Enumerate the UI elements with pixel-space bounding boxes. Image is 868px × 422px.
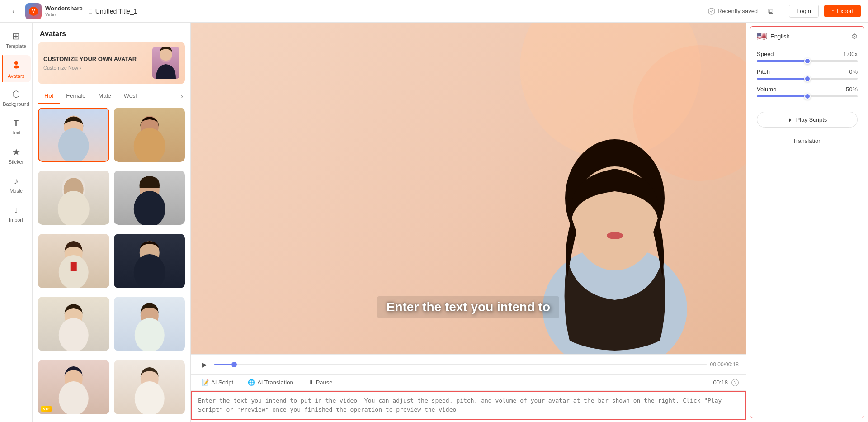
script-area: 📝 AI Script 🌐 AI Translation ⏸ Pause 00:… <box>191 374 746 422</box>
sticker-icon: ★ <box>12 147 20 157</box>
script-textarea[interactable] <box>191 391 746 420</box>
sidebar-item-label: Text <box>11 130 20 135</box>
sidebar-item-text[interactable]: T Text <box>2 113 31 140</box>
ai-translation-button[interactable]: 🌐 AI Translation <box>244 377 297 388</box>
svg-point-26 <box>59 381 89 414</box>
sidebar-item-template[interactable]: ⊞ Template <box>2 26 31 53</box>
avatar-panel-title: Avatars <box>33 23 190 42</box>
avatar-card-3[interactable] <box>38 171 109 225</box>
timeline-thumb[interactable] <box>231 362 237 367</box>
svg-point-3 <box>14 61 18 65</box>
language-flag: 🇺🇸 <box>757 31 767 41</box>
sidebar-item-music[interactable]: ♪ Music <box>2 171 31 198</box>
timeline-time: 00:00/00:18 <box>710 361 739 368</box>
avatar-card-8[interactable] <box>114 297 185 351</box>
volume-thumb[interactable] <box>804 93 811 100</box>
sidebar-item-avatars[interactable]: Avatars <box>2 55 31 82</box>
speed-thumb[interactable] <box>804 58 811 64</box>
right-panel: 🇺🇸 English ⚙ Speed 1.00x <box>746 23 868 422</box>
ai-script-button[interactable]: 📝 AI Script <box>198 377 237 388</box>
avatars-icon <box>11 59 21 71</box>
sidebar-item-label: Background <box>3 101 29 107</box>
language-selector[interactable]: 🇺🇸 English ⚙ <box>750 27 864 46</box>
timeline-bar: ▶ 00:00/00:18 <box>191 354 746 374</box>
speed-value: 1.00x <box>843 51 858 57</box>
avatar-card-9[interactable]: VIP <box>38 360 109 414</box>
volume-row: Volume 50% <box>757 86 858 97</box>
speed-slider[interactable] <box>757 60 858 62</box>
svg-text:V: V <box>32 9 35 14</box>
avatar-card-5[interactable] <box>38 234 109 288</box>
text-icon: T <box>14 119 19 128</box>
sidebar-item-label: Music <box>9 188 23 194</box>
tabs-next-arrow[interactable]: › <box>179 90 185 102</box>
svg-point-33 <box>607 232 623 239</box>
svg-point-24 <box>134 318 164 351</box>
export-icon: ↑ <box>831 8 835 14</box>
template-icon: ⊞ <box>12 31 20 42</box>
play-scripts-button[interactable]: ⏵ Play Scripts <box>757 112 858 128</box>
document-title: ◻ Untitled Title_1 <box>88 8 137 15</box>
tab-male[interactable]: Male <box>92 89 118 104</box>
avatar-card-6[interactable] <box>114 234 185 288</box>
pause-button[interactable]: ⏸ Pause <box>304 377 336 388</box>
svg-point-22 <box>59 318 89 351</box>
svg-point-13 <box>58 191 90 225</box>
tab-hot[interactable]: Hot <box>38 89 60 104</box>
translation-label: Translation <box>750 134 864 144</box>
svg-point-17 <box>59 255 89 288</box>
avatar-card-7[interactable] <box>38 297 109 351</box>
customize-banner-image <box>152 47 179 79</box>
document-icon: ◻ <box>88 8 93 14</box>
sidebar-item-label: Template <box>6 43 26 49</box>
speed-label: Speed <box>757 51 774 57</box>
customize-now-link[interactable]: Customize Now › <box>43 65 137 71</box>
export-button[interactable]: ↑ Export <box>824 5 861 17</box>
tune-icon[interactable]: ⚙ <box>851 32 858 41</box>
svg-point-20 <box>133 254 165 288</box>
divider <box>783 6 783 17</box>
avatar-panel: Avatars CUSTOMIZE YOUR OWN AVATAR Custom… <box>33 23 191 422</box>
center-area: Enter the text you intend to ▶ 00:00/00:… <box>191 23 746 422</box>
customize-banner-title: CUSTOMIZE YOUR OWN AVATAR <box>43 55 137 63</box>
play-scripts-label: Play Scripts <box>796 116 827 123</box>
customize-banner[interactable]: CUSTOMIZE YOUR OWN AVATAR Customize Now … <box>38 42 185 84</box>
avatar-card-2[interactable] <box>114 108 185 162</box>
ai-translation-icon: 🌐 <box>248 379 255 386</box>
main-layout: ⊞ Template Avatars ⬡ Background T Text ★… <box>0 23 868 422</box>
help-button[interactable]: ? <box>731 379 739 386</box>
avatar-tabs: Hot Female Male Wesl › <box>33 89 190 104</box>
param-section: Speed 1.00x Pitch 0% <box>750 46 864 108</box>
sidebar-item-import[interactable]: ↓ Import <box>2 200 31 227</box>
sidebar-item-sticker[interactable]: ★ Sticker <box>2 142 31 169</box>
music-icon: ♪ <box>14 176 19 186</box>
svg-rect-18 <box>71 262 77 271</box>
back-button[interactable]: ‹ <box>7 5 20 18</box>
pitch-slider[interactable] <box>757 78 858 80</box>
pause-icon: ⏸ <box>308 379 314 386</box>
topbar: ‹ V Wondershare Virbo ◻ Untitled Title_1… <box>0 0 868 23</box>
avatar-main-preview <box>520 133 710 354</box>
avatar-card-4[interactable] <box>114 171 185 225</box>
avatar-card-1[interactable] <box>38 108 109 162</box>
script-duration: 00:18 <box>713 379 728 386</box>
volume-slider[interactable] <box>757 95 858 97</box>
speed-row: Speed 1.00x <box>757 51 858 62</box>
svg-point-4 <box>14 65 19 68</box>
video-subtitle: Enter the text you intend to <box>377 296 559 318</box>
background-icon: ⬡ <box>12 89 20 100</box>
timeline-track[interactable] <box>214 364 707 365</box>
login-button[interactable]: Login <box>789 5 819 18</box>
svg-point-15 <box>133 191 165 225</box>
avatar-card-10[interactable] <box>114 360 185 414</box>
tab-west[interactable]: Wesl <box>118 89 143 104</box>
svg-point-8 <box>58 128 89 161</box>
share-button[interactable]: ⧉ <box>763 4 778 19</box>
play-button[interactable]: ▶ <box>198 358 211 371</box>
sidebar-item-background[interactable]: ⬡ Background <box>2 84 31 111</box>
pitch-thumb[interactable] <box>804 76 811 82</box>
sidebar: ⊞ Template Avatars ⬡ Background T Text ★… <box>0 23 33 422</box>
tab-female[interactable]: Female <box>60 89 92 104</box>
volume-value: 50% <box>846 86 858 93</box>
pitch-label: Pitch <box>757 68 770 75</box>
